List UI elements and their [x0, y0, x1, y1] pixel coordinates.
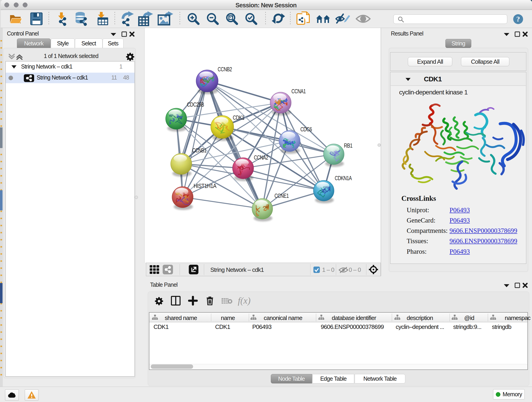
svg-text:CDKN1A: CDKN1A	[335, 175, 352, 181]
svg-text:CCNB1: CCNB1	[192, 147, 206, 153]
svg-text:CCNE1: CCNE1	[274, 192, 289, 199]
svg-text:HIST1H1A: HIST1H1A	[194, 183, 216, 189]
svg-text:CCNA1: CCNA1	[291, 88, 306, 95]
svg-text:CDC6: CDC6	[300, 126, 312, 133]
svg-text:RB1: RB1	[344, 142, 352, 149]
svg-text:CCNA2: CCNA2	[254, 154, 268, 161]
svg-text:CDK1: CDK1	[233, 114, 244, 121]
svg-text:CCNB2: CCNB2	[218, 66, 232, 72]
svg-text:CDC25B: CDC25B	[187, 101, 204, 108]
